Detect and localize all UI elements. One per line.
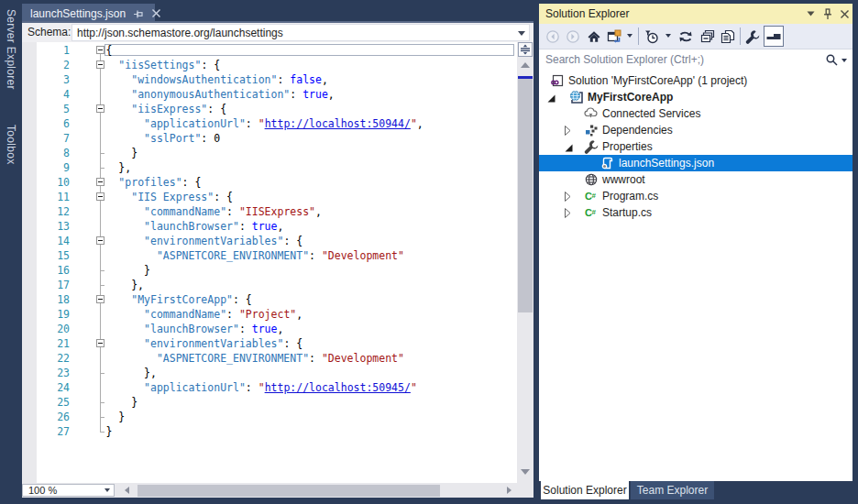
preview-selected-items-icon[interactable]	[764, 26, 784, 47]
code-token: ,	[328, 88, 335, 101]
code-line: 19 "commandName": "Project",	[22, 307, 517, 322]
close-icon[interactable]	[837, 4, 852, 24]
tree-item-launchsettings.json[interactable]: launchSettings.json	[539, 155, 852, 171]
expand-arrow-icon[interactable]	[565, 126, 571, 138]
tab-solution-explorer[interactable]: Solution Explorer	[541, 481, 629, 499]
line-number: 11	[37, 190, 70, 204]
vertical-scrollbar-thumb[interactable]	[518, 79, 533, 312]
code-token	[106, 176, 119, 189]
search-options-icon[interactable]	[842, 59, 847, 62]
code-token: "ASPNETCORE_ENVIRONMENT"	[157, 249, 309, 262]
csharp-icon: C#	[584, 205, 599, 220]
search-placeholder: Search Solution Explorer (Ctrl+;)	[545, 53, 704, 66]
code-text: {	[106, 43, 113, 58]
chevron-down-icon[interactable]	[627, 34, 632, 38]
code-text: "ASPNETCORE_ENVIRONMENT": "Development"	[106, 248, 404, 263]
window-position-icon[interactable]	[803, 4, 818, 24]
line-number: 7	[37, 131, 70, 146]
code-token: "IISExpress"	[239, 205, 315, 218]
sync-with-active-document-icon[interactable]	[676, 27, 695, 46]
tree-item-properties[interactable]: Properties	[539, 138, 852, 155]
code-text: "ASPNETCORE_ENVIRONMENT": "Development"	[106, 351, 404, 366]
properties-icon[interactable]	[743, 27, 762, 46]
chevron-down-icon[interactable]	[518, 31, 525, 36]
code-token: "IIS Express"	[131, 191, 214, 203]
collapse-arrow-icon[interactable]	[565, 142, 573, 155]
search-input[interactable]: Search Solution Explorer (Ctrl+;)	[539, 49, 852, 71]
code-editor[interactable]: 1{2 "iisSettings": {3 "windowsAuthentica…	[22, 42, 517, 483]
collapse-all-icon[interactable]	[698, 27, 717, 46]
scroll-right-arrow-icon[interactable]	[507, 487, 512, 494]
line-number: 26	[37, 410, 70, 424]
fold-collapse-button[interactable]	[96, 236, 104, 245]
code-line: 25 }	[22, 395, 517, 410]
code-line: 7 "sslPort": 0	[22, 131, 517, 146]
tab-team-explorer[interactable]: Team Explorer	[631, 481, 714, 499]
code-token	[106, 352, 157, 365]
switch-views-icon[interactable]	[605, 27, 623, 46]
fold-collapse-button[interactable]	[96, 295, 104, 303]
tree-item-myfirstcoreapp[interactable]: MyFirstCoreApp	[539, 89, 852, 105]
code-line: 20 "launchBrowser": true,	[22, 322, 517, 336]
scroll-down-arrow-icon[interactable]	[521, 469, 530, 475]
pin-icon[interactable]	[133, 8, 145, 19]
forward-icon[interactable]	[564, 27, 582, 46]
code-line: 15 "ASPNETCORE_ENVIRONMENT": "Developmen…	[22, 248, 517, 263]
code-token: "ASPNETCORE_ENVIRONMENT"	[157, 352, 309, 365]
code-token: "	[411, 117, 417, 130]
home-icon[interactable]	[585, 27, 603, 46]
tree-item-label: Startup.cs	[602, 206, 652, 219]
editor-vertical-scrollbar[interactable]	[517, 42, 534, 483]
fold-collapse-button[interactable]	[96, 104, 104, 113]
code-token: true	[252, 323, 278, 335]
document-tab[interactable]: launchSettings.json	[22, 4, 155, 23]
code-token: true	[252, 220, 278, 233]
dock-tab-toolbox[interactable]: Toolbox	[0, 123, 17, 164]
code-token: http://localhost:50945/	[265, 381, 411, 394]
collapse-arrow-icon[interactable]	[547, 93, 556, 105]
tree-item-startup.cs[interactable]: C#Startup.cs	[539, 204, 852, 221]
code-text: }	[106, 146, 138, 160]
tree-item-wwwroot[interactable]: wwwroot	[539, 171, 852, 188]
search-icon[interactable]	[825, 53, 839, 71]
scroll-left-arrow-icon[interactable]	[125, 487, 129, 494]
code-token: "anonymousAuthentication"	[131, 88, 290, 101]
expand-arrow-icon[interactable]	[565, 192, 571, 204]
tree-item-solution-myfirstcoreapp-1-project-[interactable]: Solution 'MyFirstCoreApp' (1 project)	[539, 72, 852, 89]
horizontal-scrollbar-thumb[interactable]	[138, 485, 440, 497]
close-icon[interactable]	[151, 7, 161, 19]
schema-combobox[interactable]: http://json.schemastore.org/launchsettin…	[72, 24, 530, 41]
dock-tab-server-explorer[interactable]: Server Explorer	[0, 7, 17, 90]
expand-arrow-icon[interactable]	[565, 208, 571, 221]
code-token: "iisExpress"	[131, 103, 207, 115]
fold-collapse-button[interactable]	[96, 46, 104, 54]
fold-collapse-button[interactable]	[96, 60, 104, 69]
code-token: "launchBrowser"	[144, 323, 239, 335]
pending-changes-filter-icon[interactable]	[643, 27, 661, 46]
tree-item-dependencies[interactable]: Dependencies	[539, 122, 852, 138]
zoom-select[interactable]: 100 %	[22, 484, 115, 497]
fold-collapse-button[interactable]	[96, 192, 104, 201]
code-token: : {	[214, 191, 233, 203]
code-token: :	[246, 381, 258, 394]
fold-collapse-button[interactable]	[96, 339, 104, 347]
code-text: "iisExpress": {	[106, 102, 227, 116]
fold-collapse-button[interactable]	[96, 178, 104, 186]
scroll-up-arrow-icon[interactable]	[521, 62, 530, 68]
back-icon[interactable]	[544, 27, 562, 46]
code-token: ,	[417, 117, 424, 130]
chevron-down-icon[interactable]	[104, 488, 110, 492]
code-text: }	[106, 410, 126, 424]
show-all-files-icon[interactable]	[719, 27, 737, 46]
schema-bar: Schema: http://json.schemastore.org/laun…	[22, 23, 534, 42]
code-text: "commandName": "IISExpress",	[106, 204, 322, 219]
code-token	[106, 323, 145, 335]
editor-splitter-handle[interactable]	[518, 42, 533, 57]
schema-combobox-value: http://json.schemastore.org/launchsettin…	[77, 27, 283, 39]
pin-icon[interactable]	[820, 4, 835, 24]
tree-item-program.cs[interactable]: C#Program.cs	[539, 188, 852, 204]
code-token: :	[226, 308, 239, 321]
code-token: 0	[214, 132, 220, 145]
tree-item-connected-services[interactable]: Connected Services	[539, 105, 852, 122]
chevron-down-icon[interactable]	[666, 34, 671, 38]
